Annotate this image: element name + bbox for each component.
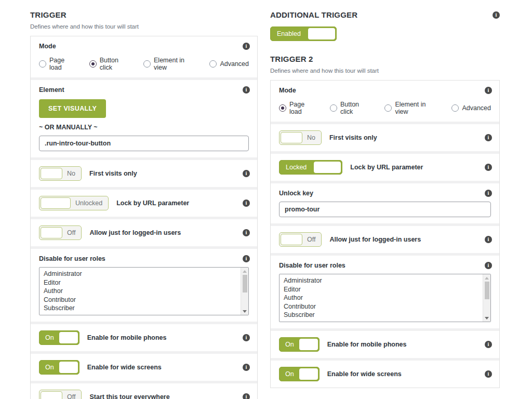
- list-item[interactable]: Administrator: [284, 276, 483, 285]
- wide-row: On Enable for wide screens i: [271, 361, 499, 388]
- info-icon[interactable]: i: [243, 86, 250, 94]
- info-icon[interactable]: i: [485, 341, 492, 348]
- mode-row: Mode i Page load Button click Element in…: [31, 36, 257, 77]
- scrollbar-thumb[interactable]: [243, 275, 247, 292]
- toggle-state-label: On: [39, 334, 58, 341]
- listbox-scrollbar[interactable]: [241, 268, 248, 315]
- scroll-down-icon[interactable]: [241, 308, 249, 315]
- roles-label: Disable for user roles: [39, 255, 249, 262]
- mobile-toggle[interactable]: On: [279, 337, 320, 352]
- info-icon[interactable]: i: [485, 87, 492, 94]
- list-item[interactable]: Contributor: [284, 302, 483, 311]
- roles-listbox[interactable]: Administrator Editor Author Contributor …: [279, 274, 491, 322]
- list-item[interactable]: Administrator: [44, 270, 241, 278]
- logged-in-toggle[interactable]: Off: [39, 225, 82, 240]
- toggle-knob: [314, 162, 341, 173]
- lock-toggle[interactable]: Unlocked: [39, 196, 109, 210]
- list-item[interactable]: Contributor: [44, 296, 241, 304]
- list-item[interactable]: Editor: [44, 278, 241, 287]
- toggle-knob: [59, 332, 78, 343]
- info-icon[interactable]: i: [243, 200, 250, 207]
- info-icon[interactable]: i: [485, 370, 492, 378]
- set-visually-button[interactable]: SET VISUALLY: [39, 99, 106, 118]
- info-icon[interactable]: i: [243, 170, 250, 177]
- radio-page-load[interactable]: Page load: [39, 57, 78, 71]
- info-icon[interactable]: i: [485, 236, 492, 243]
- info-icon[interactable]: i: [243, 393, 250, 399]
- scrollbar-thumb[interactable]: [485, 282, 489, 299]
- info-icon[interactable]: i: [243, 255, 250, 262]
- additional-trigger-enabled-toggle[interactable]: Enabled: [270, 26, 337, 41]
- toggle-knob: [299, 339, 318, 350]
- info-icon[interactable]: i: [243, 229, 250, 236]
- info-icon[interactable]: i: [493, 11, 500, 19]
- trigger2-title: TRIGGER 2: [270, 55, 500, 63]
- radio-icon: [39, 60, 46, 68]
- logged-in-toggle[interactable]: Off: [279, 232, 322, 247]
- radio-page-load[interactable]: Page load: [279, 101, 318, 115]
- radio-button-click[interactable]: Button click: [330, 101, 373, 115]
- info-icon[interactable]: i: [485, 134, 492, 141]
- first-visits-toggle[interactable]: No: [279, 130, 322, 145]
- wide-label: Enable for wide screens: [327, 370, 402, 378]
- unlock-key-label: Unlock key: [279, 190, 491, 197]
- logged-in-label: Allow just for logged-in users: [89, 229, 181, 236]
- toggle-knob: [41, 168, 62, 179]
- roles-label: Disable for user roles: [279, 262, 491, 269]
- radio-advanced[interactable]: Advanced: [209, 60, 249, 68]
- listbox-scrollbar[interactable]: [483, 274, 490, 322]
- radio-advanced[interactable]: Advanced: [451, 104, 491, 112]
- everywhere-label: Start this tour everywhere: [89, 393, 169, 399]
- info-icon[interactable]: i: [243, 334, 250, 341]
- scroll-up-icon[interactable]: [241, 268, 249, 275]
- toggle-state-label: No: [63, 170, 81, 177]
- info-icon[interactable]: i: [243, 364, 250, 371]
- mobile-toggle[interactable]: On: [39, 330, 79, 345]
- roles-list: Administrator Editor Author Contributor …: [39, 268, 241, 315]
- first-visits-label: First visits only: [89, 170, 137, 177]
- toggle-state-label: Enabled: [271, 30, 307, 37]
- enabled-toggle-wrap: Enabled: [270, 26, 500, 41]
- list-item[interactable]: Subscriber: [284, 311, 483, 320]
- radio-label: Button click: [100, 57, 132, 71]
- radio-element-in-view[interactable]: Element in view: [384, 101, 440, 115]
- info-icon[interactable]: i: [243, 43, 250, 50]
- info-icon[interactable]: i: [485, 262, 492, 269]
- unlock-key-input[interactable]: [279, 202, 491, 217]
- toggle-state-label: Off: [303, 236, 321, 243]
- toggle-state-label: Off: [63, 229, 81, 236]
- mode-row: Mode i Page load Button click Element in…: [271, 81, 499, 122]
- wide-row: On Enable for wide screens i: [31, 354, 257, 381]
- radio-label: Advanced: [220, 60, 249, 68]
- everywhere-toggle[interactable]: Off: [39, 390, 82, 399]
- list-item[interactable]: Author: [44, 287, 241, 296]
- lock-label: Lock by URL parameter: [116, 200, 189, 207]
- list-item[interactable]: Author: [284, 294, 483, 302]
- roles-listbox[interactable]: Administrator Editor Author Contributor …: [39, 267, 249, 315]
- radio-label: Element in view: [154, 57, 198, 71]
- trigger-subtitle: Defines where and how this tour will sta…: [30, 23, 258, 30]
- toggle-knob: [281, 234, 302, 245]
- mobile-label: Enable for mobile phones: [87, 334, 167, 341]
- radio-icon: [209, 60, 217, 68]
- wide-toggle[interactable]: On: [39, 360, 79, 375]
- radio-label: Button click: [340, 101, 373, 115]
- toggle-knob: [41, 197, 71, 209]
- radio-button-click[interactable]: Button click: [89, 57, 132, 71]
- list-item[interactable]: Editor: [284, 285, 483, 294]
- lock-toggle[interactable]: Locked: [279, 160, 342, 175]
- scroll-up-icon[interactable]: [483, 274, 491, 282]
- toggle-state-label: On: [280, 341, 298, 348]
- mobile-row: On Enable for mobile phones i: [271, 331, 499, 358]
- info-icon[interactable]: i: [485, 164, 492, 171]
- unlock-key-row: Unlock key i: [271, 183, 499, 223]
- info-icon[interactable]: i: [485, 190, 492, 197]
- element-selector-input[interactable]: [39, 136, 249, 151]
- toggle-knob: [299, 368, 318, 380]
- radio-element-in-view[interactable]: Element in view: [143, 57, 198, 71]
- first-visits-toggle[interactable]: No: [39, 166, 82, 181]
- scroll-down-icon[interactable]: [483, 314, 491, 322]
- toggle-knob: [281, 132, 302, 143]
- wide-toggle[interactable]: On: [279, 367, 320, 381]
- list-item[interactable]: Subscriber: [44, 304, 241, 313]
